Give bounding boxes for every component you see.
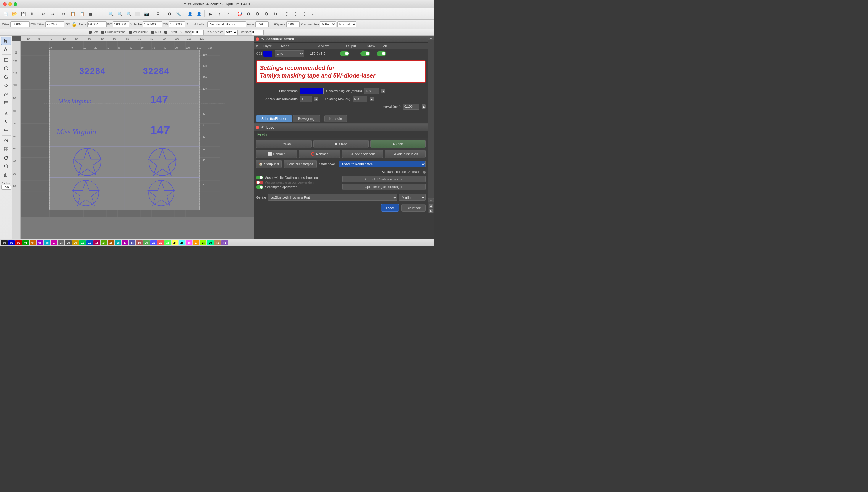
- cut-button[interactable]: ✂: [60, 10, 68, 18]
- vspace-input[interactable]: [192, 30, 204, 35]
- status-chip-18[interactable]: 18: [129, 240, 135, 245]
- fett-checkbox[interactable]: Fett: [89, 30, 98, 34]
- scroll-up[interactable]: ▲: [428, 36, 434, 40]
- leistung-input[interactable]: [353, 96, 367, 102]
- tab-bewegung[interactable]: Bewegung: [293, 115, 320, 122]
- show-toggle[interactable]: [360, 51, 370, 56]
- breite-input[interactable]: [87, 21, 106, 27]
- optimierung-button[interactable]: Optimierungseinstellungen: [342, 183, 426, 190]
- radial-tool[interactable]: [1, 154, 11, 162]
- status-chip-T2[interactable]: T2: [221, 240, 228, 245]
- minimize-button[interactable]: [8, 2, 12, 6]
- copy-button[interactable]: 📋: [69, 10, 77, 18]
- pin-tool[interactable]: [1, 118, 11, 126]
- status-chip-04[interactable]: 04: [30, 240, 36, 245]
- status-chip-13[interactable]: 13: [94, 240, 100, 245]
- rahmen2-button[interactable]: ⭕ Rahmen: [299, 150, 340, 158]
- save-file-button[interactable]: 💾: [19, 10, 27, 18]
- zoom-fit-button[interactable]: 🔍: [125, 10, 133, 18]
- target-button[interactable]: 🎯: [236, 10, 244, 18]
- rect-corner-tool[interactable]: [1, 99, 11, 107]
- monitor-button[interactable]: 🖥: [154, 10, 162, 18]
- status-chip-20[interactable]: 20: [143, 240, 150, 245]
- hoehe-input[interactable]: [143, 21, 162, 27]
- zoom-select-button[interactable]: ⬜: [133, 10, 142, 18]
- extra1-button[interactable]: ⬡: [283, 10, 291, 18]
- status-chip-22[interactable]: 22: [157, 240, 164, 245]
- stopp-button[interactable]: ⏹ Stopp: [313, 140, 369, 148]
- layers-close-button[interactable]: [256, 37, 259, 41]
- gcode-run-button[interactable]: GCode ausführen: [385, 150, 426, 158]
- start-button[interactable]: ▶ Start: [370, 140, 426, 148]
- startpunkt-button[interactable]: 🏠 Startpunkt: [256, 160, 282, 168]
- intervall-input[interactable]: [403, 104, 419, 109]
- edit-node-tool[interactable]: [1, 45, 11, 54]
- normal-select[interactable]: Normal: [337, 21, 357, 27]
- leistung-expand-icon[interactable]: ▲: [370, 97, 374, 101]
- kurs-checkbox[interactable]: Kurs: [151, 30, 161, 34]
- align3-button[interactable]: ⚙: [262, 10, 270, 18]
- anzahl-input[interactable]: [300, 96, 312, 102]
- pause-button[interactable]: ⏸ Pause: [256, 140, 312, 148]
- status-chip-19[interactable]: 19: [136, 240, 142, 245]
- anzahl-expand-icon[interactable]: ▲: [314, 97, 318, 101]
- save-as-button[interactable]: ⬆: [28, 10, 36, 18]
- status-chip-05[interactable]: 05: [37, 240, 43, 245]
- status-chip-T1[interactable]: T1: [214, 240, 221, 245]
- status-chip-06[interactable]: 06: [44, 240, 50, 245]
- distort-checkbox[interactable]: Distort: [164, 30, 177, 34]
- user1-button[interactable]: 👤: [186, 10, 194, 18]
- play-button[interactable]: ▶: [206, 10, 214, 18]
- intervall-expand-icon[interactable]: ▲: [422, 104, 426, 109]
- gehe-button[interactable]: Gehe zur Startpos.: [284, 160, 317, 168]
- undo-button[interactable]: ↩: [40, 10, 48, 18]
- output-toggle[interactable]: [340, 51, 349, 56]
- mode-select[interactable]: Line: [274, 50, 304, 57]
- extra4-button[interactable]: ↔: [309, 10, 317, 18]
- bibliothek-button[interactable]: Bibliothek: [401, 204, 426, 212]
- open-file-button[interactable]: 📂: [10, 10, 18, 18]
- measure-tool[interactable]: [1, 126, 11, 134]
- settings2-button[interactable]: 🔧: [174, 10, 183, 18]
- extra3-button[interactable]: ⬡: [300, 10, 309, 18]
- versatz-input[interactable]: [252, 30, 264, 35]
- arrow-right-button[interactable]: ↗: [224, 10, 232, 18]
- status-chip-14[interactable]: 14: [101, 240, 107, 245]
- boolean-tool[interactable]: [1, 171, 11, 179]
- circle-tool[interactable]: [1, 64, 11, 73]
- percent2-input[interactable]: [168, 21, 185, 27]
- ausgewaehlt-toggle[interactable]: [256, 176, 263, 179]
- layer-row-c01[interactable]: C01 Line 150.0 / 5.0: [254, 49, 428, 58]
- canvas-area[interactable]: -10 -5 0 10 20 30 40 50 60 70 80 90 100 …: [12, 35, 254, 239]
- align4-button[interactable]: ⚙: [271, 10, 279, 18]
- collapse-right-icon[interactable]: ▶: [429, 209, 433, 213]
- maximize-button[interactable]: [14, 2, 17, 6]
- layer-color-swatch[interactable]: [263, 51, 272, 56]
- hoehe2-input[interactable]: [255, 21, 269, 27]
- freehand-tool[interactable]: [1, 162, 11, 171]
- status-chip-29[interactable]: 29: [207, 240, 214, 245]
- geraete-select[interactable]: cu.Bluetooth-Incoming-Port: [268, 194, 397, 201]
- hspace-input[interactable]: [286, 21, 300, 27]
- select-tool[interactable]: [1, 37, 11, 45]
- tab-schnitte-ebenen[interactable]: Schnitte/Ebenen: [256, 115, 292, 122]
- extra2-button[interactable]: ⬡: [291, 10, 300, 18]
- arrows-button[interactable]: ↕: [215, 10, 223, 18]
- geschwindigkeit-input[interactable]: [364, 88, 379, 94]
- lock-icon[interactable]: 🔒: [72, 22, 77, 27]
- status-chip-09[interactable]: 09: [65, 240, 72, 245]
- status-chip-11[interactable]: 11: [79, 240, 86, 245]
- layer-color-picker[interactable]: [300, 88, 324, 94]
- rahmen1-button[interactable]: ⬜ Rahmen: [256, 150, 297, 158]
- laser-close-button[interactable]: [256, 126, 259, 129]
- zoom-out-button[interactable]: 🔍: [116, 10, 124, 18]
- delete-button[interactable]: 🗑: [86, 10, 95, 18]
- scroll-down[interactable]: ▼: [428, 198, 434, 202]
- gcode-save-button[interactable]: GCode speichern: [342, 150, 383, 158]
- polygon-tool[interactable]: [1, 73, 11, 81]
- percent1-input[interactable]: [113, 21, 129, 27]
- font-input[interactable]: [207, 21, 246, 27]
- path-tool[interactable]: [1, 90, 11, 98]
- laser-final-button[interactable]: Laser: [381, 204, 399, 212]
- status-chip-12[interactable]: 12: [86, 240, 93, 245]
